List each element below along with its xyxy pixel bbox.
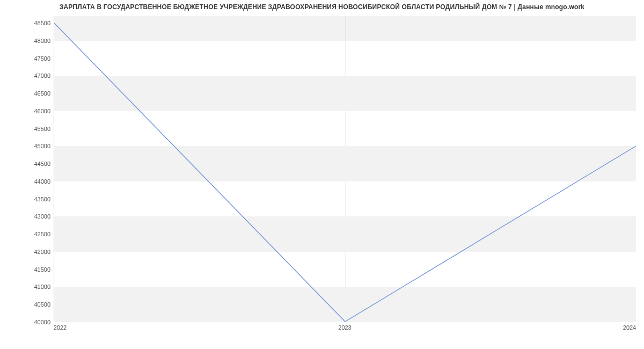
y-tick-label: 40500 xyxy=(34,301,50,308)
y-tick-label: 44500 xyxy=(34,161,50,167)
y-tick-label: 47000 xyxy=(34,72,50,79)
y-tick-label: 43500 xyxy=(34,196,50,202)
plot-area xyxy=(54,16,636,322)
y-tick-label: 48500 xyxy=(34,20,50,26)
y-tick-label: 42500 xyxy=(34,231,50,237)
y-tick-label: 46000 xyxy=(34,108,50,114)
x-tick-label: 2023 xyxy=(338,324,351,331)
y-tick-label: 44000 xyxy=(34,178,50,185)
y-tick-label: 45500 xyxy=(34,126,50,132)
chart-container: ЗАРПЛАТА В ГОСУДАРСТВЕННОЕ БЮДЖЕТНОЕ УЧР… xyxy=(0,0,644,349)
y-tick-label: 41500 xyxy=(34,266,50,273)
y-tick-label: 41000 xyxy=(34,283,50,290)
x-tick-label: 2022 xyxy=(54,324,67,331)
y-tick-label: 47500 xyxy=(34,55,50,62)
y-tick-label: 43000 xyxy=(34,213,50,220)
y-tick-label: 40000 xyxy=(34,319,50,325)
y-tick-label: 45000 xyxy=(34,143,50,149)
y-tick-label: 46500 xyxy=(34,90,50,97)
line-series xyxy=(54,16,636,322)
x-tick-label: 2024 xyxy=(623,324,636,331)
chart-title: ЗАРПЛАТА В ГОСУДАРСТВЕННОЕ БЮДЖЕТНОЕ УЧР… xyxy=(0,3,644,11)
y-tick-label: 42000 xyxy=(34,249,50,255)
y-tick-label: 48000 xyxy=(34,38,50,44)
